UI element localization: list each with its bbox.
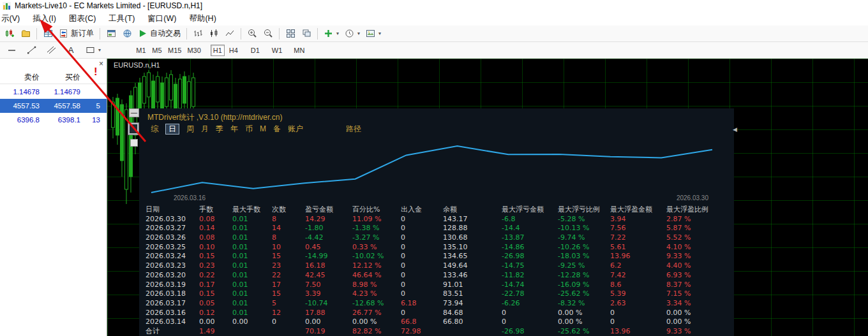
stats-cell: -1.80	[305, 224, 352, 233]
stats-cell: -10.26 %	[558, 243, 610, 252]
menu-item[interactable]: 帮助(H)	[183, 12, 222, 26]
panel-tab-周[interactable]: 周	[186, 124, 194, 134]
profiles-button[interactable]	[18, 27, 33, 41]
timeframe-button-h4[interactable]: H4	[227, 45, 241, 56]
stats-cell: 22	[272, 271, 305, 281]
panel-collapse-button[interactable]: ◀	[733, 126, 737, 133]
new-chart-button[interactable]	[2, 27, 17, 41]
stats-row: 2026.03.230.230.012316.1812.12 %0149.64-…	[146, 261, 734, 271]
terminal-button[interactable]	[103, 27, 119, 41]
tile-windows-button[interactable]	[283, 27, 298, 41]
trendline-button[interactable]	[24, 43, 39, 57]
panel-tab-path[interactable]: 路径	[346, 124, 361, 134]
stats-cell: 73.94	[443, 299, 502, 309]
stats-cell: 5.39	[610, 289, 666, 299]
zoom-out-button[interactable]	[260, 27, 276, 41]
stats-cell	[232, 327, 272, 336]
panel-minimize-button[interactable]: —	[129, 108, 139, 117]
new-order-icon	[59, 29, 68, 38]
market-watch-row[interactable]: 1.146781.14679	[0, 85, 107, 99]
zoom-in-button[interactable]	[244, 27, 260, 41]
menu-item[interactable]: 插入(I)	[26, 12, 63, 26]
autotrading-label: 自动交易	[150, 28, 181, 39]
navigator-button[interactable]	[119, 27, 135, 41]
panel-tab-季[interactable]: 季	[216, 124, 223, 134]
stats-row: 2026.03.170.050.015-10.74-12.68 %6.1873.…	[146, 299, 734, 309]
autotrading-button[interactable]: 自动交易	[135, 27, 183, 41]
buy-column-header: 买价	[42, 72, 83, 83]
line-chart-button[interactable]	[222, 27, 237, 41]
market-watch-row[interactable]: 6396.86398.113	[0, 113, 107, 127]
shapes-icon	[86, 45, 95, 55]
stats-cell: 143.17	[443, 215, 502, 224]
stats-cell: 0	[401, 261, 443, 271]
menu-item[interactable]: 图表(C)	[63, 12, 102, 26]
timeframe-button-m30[interactable]: M30	[185, 45, 202, 56]
periods-button[interactable]: ▾	[342, 27, 363, 41]
panel-tab-年[interactable]: 年	[230, 124, 238, 134]
shapes-button[interactable]: ▾	[83, 43, 103, 57]
horizontal-line-button[interactable]	[4, 43, 19, 57]
equity-chart: 2026.03.16 2026.03.30	[139, 136, 734, 201]
panel-tab-M[interactable]: M	[260, 124, 266, 134]
panel-tab-月[interactable]: 月	[201, 124, 209, 134]
indicators-button[interactable]: ▾	[321, 27, 341, 41]
stats-table: 日期手数最大手数次数盈亏金额百分比%出入金余额最大浮亏金额最大浮亏比例最大浮盈金…	[139, 205, 734, 336]
timeframe-button-h1[interactable]: H1	[211, 45, 225, 56]
stats-cell: 0.45	[305, 243, 352, 252]
stats-cell: 0.15	[199, 252, 232, 261]
stats-cell: 2026.03.14	[146, 318, 199, 327]
panel-restore-button[interactable]	[130, 139, 138, 147]
cascade-windows-button[interactable]	[299, 27, 314, 41]
timeframe-button-m1[interactable]: M1	[134, 45, 148, 56]
panel-title: MTDriver统计 ,V3.10 (http://mtdriver.cn)	[139, 108, 734, 122]
market-watch-button[interactable]	[40, 27, 56, 41]
stats-cell: 8.37 %	[666, 281, 717, 290]
menu-item[interactable]: 工具(T)	[102, 12, 141, 26]
toolbar-separator	[36, 28, 37, 40]
panel-tab-币[interactable]: 币	[245, 124, 253, 134]
panel-tab-备[interactable]: 备	[273, 124, 281, 134]
timeframe-button-mn[interactable]: MN	[292, 45, 306, 56]
toolbar-separator	[241, 28, 241, 40]
panel-tab-日[interactable]: 日	[165, 124, 179, 135]
stats-cell: 8	[272, 215, 305, 224]
stats-cell: -18.03 %	[558, 252, 610, 261]
channel-button[interactable]	[43, 43, 59, 57]
buy-price-cell: 4557.58	[42, 102, 83, 110]
stats-cell: -10.02 %	[352, 252, 401, 261]
stats-cell: -5.28 %	[558, 215, 610, 224]
bar-chart-button[interactable]	[190, 27, 206, 41]
new-order-label: 新订单	[71, 28, 94, 39]
market-watch-row[interactable]: 4557.534557.585	[0, 99, 107, 113]
stats-cell: -4.42	[305, 233, 352, 243]
stats-cell: -6.8	[502, 215, 558, 224]
equity-line	[151, 146, 712, 193]
timeframe-button-w1[interactable]: W1	[270, 45, 285, 56]
close-icon[interactable]: ×	[99, 61, 103, 67]
new-order-button[interactable]: 新订单	[56, 27, 96, 41]
templates-button[interactable]: ▾	[363, 27, 384, 41]
stats-cell: 23	[272, 261, 305, 271]
timeframe-button-d1[interactable]: D1	[248, 45, 262, 56]
text-button[interactable]: A	[63, 43, 79, 57]
stats-cell: 4.10 %	[666, 243, 717, 252]
panel-tab-综[interactable]: 综	[151, 124, 158, 134]
menu-item[interactable]: 示(V)	[0, 12, 26, 26]
stats-cell: 0	[401, 289, 443, 299]
stats-header-cell: 最大浮亏金额	[502, 205, 558, 215]
dropdown-arrow-icon: ▾	[98, 47, 101, 53]
timeframe-button-m15[interactable]: M15	[166, 45, 183, 56]
axis-start-label: 2026.03.16	[174, 194, 206, 201]
stats-cell: 0.01	[232, 271, 272, 281]
stats-row: 2026.03.180.150.01153.394.23 %083.51-22.…	[146, 289, 734, 299]
panel-logo-button[interactable]	[128, 122, 139, 135]
candlestick-chart-button[interactable]	[206, 27, 221, 41]
stats-cell: 16.18	[305, 261, 352, 271]
stats-cell: 3.94	[610, 215, 666, 224]
tile-windows-icon	[286, 29, 296, 38]
panel-tab-账户[interactable]: 账户	[288, 124, 303, 134]
stats-cell: 2.63	[610, 299, 666, 309]
timeframe-button-m5[interactable]: M5	[150, 45, 164, 56]
menu-item[interactable]: 窗口(W)	[141, 12, 183, 26]
